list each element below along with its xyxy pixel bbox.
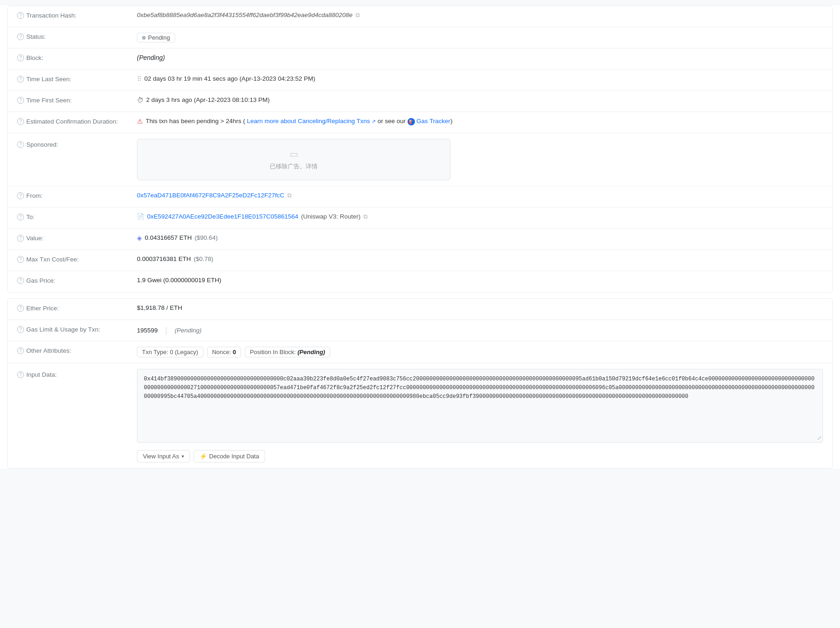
to-label-text: To:: [26, 213, 35, 220]
input-data-help-icon[interactable]: ?: [17, 371, 24, 378]
gas-limit-label: ? Gas Limit & Usage by Txn:: [17, 326, 137, 333]
max-txn-help-icon[interactable]: ?: [17, 256, 24, 263]
gas-limit-row: ? Gas Limit & Usage by Txn: 195599 | (Pe…: [8, 320, 832, 341]
value-row: ? Value: ◈ 0.04316657 ETH ($90.64): [8, 229, 832, 250]
cancel-replace-link-text: Learn more about Canceling/Replacing Txn…: [247, 118, 370, 124]
time-last-seen-help-icon[interactable]: ?: [17, 76, 24, 83]
status-value-col: Pending: [137, 33, 823, 42]
view-input-as-button[interactable]: View Input As ▾: [137, 450, 190, 462]
value-amount: 0.04316657 ETH: [145, 234, 192, 241]
time-first-seen-help-icon[interactable]: ?: [17, 97, 24, 104]
time-last-seen-dots-icon: ⠿: [137, 75, 142, 83]
from-label: ? From:: [17, 192, 137, 199]
tx-hash-value-col: 0xbe5af8b8885ea9d6ae8a2f3f44315554ff62da…: [137, 12, 823, 19]
sponsored-box: ▭ 已移除广告。详情: [137, 139, 450, 180]
value-usd: ($90.64): [195, 234, 218, 241]
gas-price-value: 1.9 Gwei (0.0000000019 ETH): [137, 277, 221, 284]
time-last-seen-value-col: ⠿ 02 days 03 hr 19 min 41 secs ago (Apr-…: [137, 75, 823, 83]
sponsored-help-icon[interactable]: ?: [17, 141, 24, 148]
status-badge-text: Pending: [148, 34, 170, 41]
gas-limit-value-col: 195599 | (Pending): [137, 326, 823, 335]
time-last-seen-value: 02 days 03 hr 19 min 41 secs ago (Apr-13…: [144, 75, 315, 82]
other-attributes-help-icon[interactable]: ?: [17, 347, 24, 354]
time-first-seen-row: ? Time First Seen: ⏱ 2 days 3 hrs ago (A…: [8, 91, 832, 112]
value-help-icon[interactable]: ?: [17, 235, 24, 242]
ether-price-help-icon[interactable]: ?: [17, 305, 24, 312]
transaction-section: ? Transaction Hash: 0xbe5af8b8885ea9d6ae…: [7, 6, 833, 293]
ether-price-value-col: $1,918.78 / ETH: [137, 304, 823, 311]
time-first-seen-clock-icon: ⏱: [137, 96, 143, 104]
other-attributes-label-text: Other Attributes:: [26, 347, 71, 354]
nonce-badge: Nonce: 0: [207, 347, 241, 357]
gas-tracker-link[interactable]: Gas Tracker: [416, 118, 450, 124]
time-first-seen-label-text: Time First Seen:: [26, 97, 72, 104]
view-input-label: View Input As: [143, 453, 179, 460]
txn-type-badge: Txn Type: 0 (Legacy): [137, 347, 203, 357]
gas-price-help-icon[interactable]: ?: [17, 277, 24, 284]
block-value-col: (Pending): [137, 54, 823, 61]
view-input-chevron-icon: ▾: [182, 454, 184, 459]
gas-limit-value: 195599: [137, 327, 158, 334]
from-help-icon[interactable]: ?: [17, 192, 24, 199]
to-value-col: 📄 0xE592427A0AEce92De3Edee1F18E0157C0586…: [137, 213, 823, 220]
tx-hash-help-icon[interactable]: ?: [17, 12, 24, 19]
input-data-row: ? Input Data: 0x414bf3890000000000000000…: [8, 363, 832, 468]
value-value-col: ◈ 0.04316657 ETH ($90.64): [137, 234, 823, 242]
est-confirmation-label: ? Estimated Confirmation Duration:: [17, 118, 137, 125]
position-value: (Pending): [297, 349, 325, 355]
input-data-value: 0x414bf389000000000000000000000000000000…: [144, 376, 815, 400]
ether-price-value: $1,918.78 / ETH: [137, 304, 182, 311]
block-row: ? Block: (Pending): [8, 48, 832, 70]
sponsored-label-text: Sponsored:: [26, 141, 58, 148]
resize-handle-icon[interactable]: ⤢: [817, 435, 822, 441]
page-wrapper: ? Transaction Hash: 0xbe5af8b8885ea9d6ae…: [0, 6, 840, 468]
txn-type-text: Txn Type: 0 (Legacy): [142, 349, 198, 355]
tx-hash-copy-icon[interactable]: ⧉: [355, 12, 360, 19]
to-copy-icon[interactable]: ⧉: [363, 213, 367, 220]
to-label: ? To:: [17, 213, 137, 220]
status-badge: Pending: [137, 33, 175, 42]
gas-tracker-link-text: Gas Tracker: [416, 118, 450, 124]
position-badge: Position In Block: (Pending): [245, 347, 330, 357]
time-last-seen-label: ? Time Last Seen:: [17, 75, 137, 83]
cancel-replace-link[interactable]: Learn more about Canceling/Replacing Txn…: [247, 118, 376, 124]
from-copy-icon[interactable]: ⧉: [287, 192, 291, 199]
or-text: or see our: [378, 118, 406, 124]
external-link-icon: ↗: [372, 118, 376, 124]
max-txn-cost-label: ? Max Txn Cost/Fee:: [17, 255, 137, 263]
max-txn-usd: ($0.78): [194, 255, 213, 262]
to-help-icon[interactable]: ?: [17, 213, 24, 220]
gas-tracker-icon: ⛽: [408, 118, 415, 125]
from-address-link[interactable]: 0x57eaD471BE0fAf4672F8C9A2F25eD2Fc12F27f…: [137, 192, 284, 199]
est-confirmation-row: ? Estimated Confirmation Duration: ⚠ Thi…: [8, 112, 832, 133]
from-value-col: 0x57eaD471BE0fAf4672F8C9A2F25eD2Fc12F27f…: [137, 192, 823, 199]
gas-limit-help-icon[interactable]: ?: [17, 326, 24, 333]
status-dot: [142, 36, 146, 40]
from-label-text: From:: [26, 192, 42, 199]
ad-placeholder-icon: ▭: [290, 148, 298, 160]
ether-price-label-text: Ether Price:: [26, 305, 59, 312]
tx-hash-value: 0xbe5af8b8885ea9d6ae8a2f3f44315554ff62da…: [137, 12, 353, 18]
input-data-label: ? Input Data:: [17, 371, 137, 378]
to-contract-label: (Uniswap V3: Router): [301, 213, 361, 220]
gas-price-label-text: Gas Price:: [26, 277, 55, 284]
status-label-text: Status:: [26, 33, 46, 40]
input-data-wrapper: 0x414bf389000000000000000000000000000000…: [137, 369, 823, 443]
position-label: Position In Block:: [250, 349, 296, 355]
status-help-icon[interactable]: ?: [17, 33, 24, 40]
time-last-seen-label-text: Time Last Seen:: [26, 76, 71, 83]
to-address-link[interactable]: 0xE592427A0AEce92De3Edee1F18E0157C058615…: [147, 213, 298, 220]
status-label: ? Status:: [17, 33, 137, 40]
est-confirmation-value-col: ⚠ This txn has been pending > 24hrs ( Le…: [137, 118, 823, 125]
warning-circle-icon: ⚠: [137, 118, 143, 125]
block-help-icon[interactable]: ?: [17, 54, 24, 61]
gas-limit-label-text: Gas Limit & Usage by Txn:: [26, 326, 100, 333]
block-label: ? Block:: [17, 54, 137, 61]
gas-price-row: ? Gas Price: 1.9 Gwei (0.0000000019 ETH): [8, 271, 832, 292]
warning-main-text: This txn has been pending > 24hrs: [146, 118, 242, 124]
other-attributes-label: ? Other Attributes:: [17, 347, 137, 354]
nonce-label: Nonce:: [212, 349, 233, 355]
time-last-seen-row: ? Time Last Seen: ⠿ 02 days 03 hr 19 min…: [8, 70, 832, 91]
decode-input-data-button[interactable]: ⚡ Decode Input Data: [194, 450, 265, 462]
est-confirmation-help-icon[interactable]: ?: [17, 118, 24, 125]
